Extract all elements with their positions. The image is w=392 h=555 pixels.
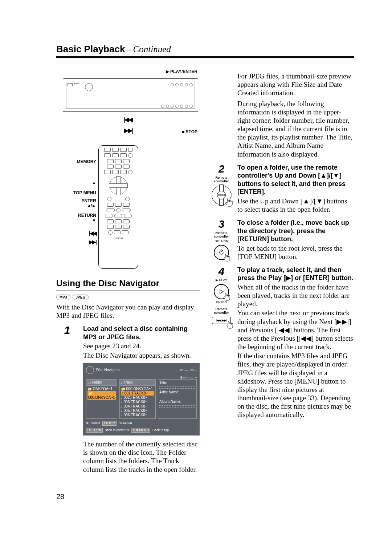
device-label-play-enter: PLAY/ENTER (170, 69, 197, 74)
nav-folder-header: Folder (92, 380, 102, 384)
stop-icon: ■ (182, 129, 184, 134)
badge-mp3: MP3 (56, 295, 70, 300)
right-icon (92, 203, 96, 208)
remote-label-memory: MEMORY (63, 159, 96, 164)
step-1-post: The number of the currently selected dis… (83, 440, 200, 474)
page-title: Basic Playback (56, 44, 125, 55)
remote-label-return: RETURN (63, 213, 96, 223)
step-4-p3: If the disc contains MP3 files and JPEG … (237, 352, 354, 419)
play-icon (166, 69, 169, 74)
remote-label-topmenu: TOP MENU (63, 190, 96, 195)
step-2-number: 2 (211, 163, 232, 174)
step-3-heading: To close a folder (i.e., move back up th… (237, 219, 354, 243)
section-intro: With the Disc Navigator you can play and… (56, 303, 200, 320)
step-4-p1: When all of the tracks in the folder hav… (237, 283, 354, 308)
nav-meta-title: Title: (159, 381, 195, 385)
down-icon (92, 218, 96, 223)
prev-icon (89, 230, 96, 236)
left-icon (86, 203, 91, 208)
page-subtitle: —Continued (125, 44, 171, 54)
step-4-number: 4 (211, 266, 232, 277)
page-number: 28 (56, 493, 354, 501)
next-icon (89, 239, 96, 245)
prev-track-icon (124, 116, 132, 123)
up-icon (92, 180, 96, 185)
step-2-text: Use the Up and Down [▲]/[▼] buttons to s… (237, 197, 354, 214)
step-4-p2: You can select the next or previous trac… (237, 309, 354, 351)
finger-icon (223, 254, 230, 262)
device-illustration: PLAY/ENTER (56, 71, 200, 134)
finger-icon (226, 321, 233, 329)
step-1-heading: Load and select a disc containing MP3 or… (83, 325, 200, 341)
nav-title: Disc Navigator (96, 368, 120, 372)
step-1-text-a: See pages 23 and 24. (83, 342, 200, 350)
finger-icon (225, 198, 233, 207)
step-1-text-b: The Disc Navigator appears, as shown. (83, 351, 200, 360)
disc-icon (86, 366, 94, 374)
nav-meta-artist: Artist Name: (159, 390, 195, 394)
step-4-play-label: PLAY (219, 278, 227, 282)
enter-icon: ENTER (217, 191, 226, 199)
play-button-icon (214, 284, 229, 299)
step-2-sub: Remote controller (211, 176, 232, 183)
device-label-stop: STOP (186, 129, 197, 134)
play-icon (216, 278, 218, 282)
remote-next-prev-icon: |◀◀ ▶▶| (212, 317, 231, 324)
section-title: Using the Disc Navigator (56, 278, 200, 291)
badge-jpeg: JPEG (73, 295, 89, 300)
step-3-icon-label: RETURN (211, 239, 232, 243)
right-intro-p1: For JPEG files, a thumbnail-size preview… (237, 72, 354, 97)
disc-navigator-screenshot: Disc Navigator ▭ --- ▭ -- ◔ --,-- ▭ -- ▭… (83, 363, 200, 436)
step-1-number: 1 (56, 325, 78, 336)
step-3-text: To get back to the root level, press the… (237, 244, 354, 261)
step-3-number: 3 (211, 219, 232, 230)
finger-icon (223, 293, 230, 301)
step-4-heading: To play a track, select it, and then pre… (237, 266, 354, 282)
remote-illustration: MEMORY TOP MENU ENTER / RETURN (63, 145, 200, 269)
nav-track-header: Track (124, 380, 133, 384)
remote-label-enter: ENTER / (63, 198, 96, 208)
dpad-icon: ENTER (212, 185, 231, 205)
step-2-heading: To open a folder, use the remote control… (237, 163, 354, 196)
next-track-icon (124, 127, 132, 134)
right-intro-p2: During playback, the following informati… (237, 100, 354, 158)
step-4-sub: Remote controller (211, 307, 232, 315)
return-button-icon (214, 245, 229, 260)
nav-meta-album: Album Name: (159, 400, 195, 404)
step-3-sub: Remote controller (211, 231, 232, 238)
